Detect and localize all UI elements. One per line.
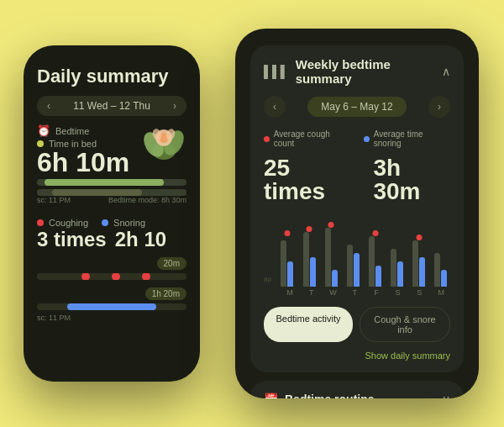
bar-blue-f xyxy=(375,266,381,287)
day-label-w: W xyxy=(324,288,343,297)
sc-label-bottom: sc: 11 PM xyxy=(37,314,186,322)
weekly-screen: ▌▌▌ Weekly bedtime summary ∧ ‹ May 6 – M… xyxy=(235,29,479,398)
week-prev-button[interactable]: ‹ xyxy=(264,96,286,118)
bar-blue-s2 xyxy=(419,257,425,287)
snore-legend: Average time snoring xyxy=(364,129,450,148)
weekly-chevron-up-icon[interactable]: ∧ xyxy=(442,65,450,78)
tab-cough-snore[interactable]: Cough & snore info xyxy=(360,307,450,342)
cough-dot-s2 xyxy=(416,235,422,240)
chart-days: M T W T F S S M xyxy=(264,288,450,297)
cough-bar-area: 20m xyxy=(37,255,186,280)
chevron-right-icon: › xyxy=(173,100,176,112)
cough-dot-t1 xyxy=(307,226,312,232)
chart-col-6 xyxy=(410,228,428,287)
routine-header-left: 📅 Bedtime routine xyxy=(264,393,375,398)
bars-icon: ▌▌▌ xyxy=(264,65,289,78)
cough-dot-2 xyxy=(112,273,120,280)
chart-area: 8d xyxy=(264,215,450,287)
day-label-s2: S xyxy=(411,288,429,297)
bar-dark-s1 xyxy=(391,249,396,287)
phone-right: ▌▌▌ Weekly bedtime summary ∧ ‹ May 6 – M… xyxy=(235,29,479,398)
snore-value: 2h 10 xyxy=(115,228,166,251)
bar-dark-w xyxy=(325,228,331,287)
day-label-t1: T xyxy=(302,288,321,297)
chart-col-7 xyxy=(432,228,450,287)
day-label-s1: S xyxy=(389,288,407,297)
snore-bar-area: 1h 20m xyxy=(37,285,186,310)
blue-dot xyxy=(102,219,108,226)
chart-col-2 xyxy=(322,228,340,287)
routine-header: 📅 Bedtime routine ∨ xyxy=(264,393,450,398)
cough-snore-labels: Coughing Snoring xyxy=(37,218,186,228)
weekly-card-title: Weekly bedtime summary xyxy=(296,57,442,86)
bar-blue-s1 xyxy=(397,261,403,287)
day-label-m1: M xyxy=(281,288,299,297)
bar-dark-f xyxy=(369,236,375,287)
bar-blue-t1 xyxy=(310,257,316,287)
show-daily-link[interactable]: Show daily summary xyxy=(264,351,450,361)
sleep-bar-2 xyxy=(37,189,186,196)
bar-dark-t2 xyxy=(347,245,353,287)
snore-label: Snoring xyxy=(102,218,145,228)
cough-label: Coughing xyxy=(37,218,88,228)
cough-snore-section: Coughing Snoring 3 times 2h 10 20m xyxy=(37,218,186,322)
illustration xyxy=(137,119,192,169)
legend-cough-dot xyxy=(264,136,270,142)
chart-container: 8d xyxy=(264,215,450,297)
date-range-left: 11 Wed – 12 Thu xyxy=(73,100,150,112)
routine-chevron-icon[interactable]: ∨ xyxy=(442,393,450,398)
calendar-icon: 📅 xyxy=(264,393,278,398)
chart-col-3 xyxy=(344,228,362,287)
sleep-bars xyxy=(37,179,186,196)
sleep-bar-1 xyxy=(37,179,186,186)
cough-dot-3 xyxy=(142,273,150,280)
week-range: May 6 – May 12 xyxy=(307,97,406,117)
stats-values: 25 times 3h 30m xyxy=(264,156,450,203)
badge-20m: 20m xyxy=(157,257,186,270)
cough-event-bar xyxy=(37,273,186,280)
chart-y-axis: 8d xyxy=(264,276,275,287)
chevron-left-icon: ‹ xyxy=(47,100,50,112)
bar-blue-m xyxy=(287,261,293,287)
daily-screen: Daily summary ‹ 11 Wed – 12 Thu › ⏰ Bedt… xyxy=(24,45,200,382)
week-nav: ‹ May 6 – May 12 › xyxy=(264,96,450,118)
day-label-t2: T xyxy=(345,288,364,297)
day-label-m2: M xyxy=(432,288,450,297)
chart-col-5 xyxy=(388,228,407,287)
cough-snore-values: 3 times 2h 10 xyxy=(37,228,186,251)
snore-fill xyxy=(67,303,157,310)
cough-stat: 25 times xyxy=(264,156,353,203)
tab-bedtime-activity[interactable]: Bedtime activity xyxy=(264,307,353,342)
weekly-card-header-left: ▌▌▌ Weekly bedtime summary xyxy=(264,57,442,86)
bar-dark-m xyxy=(281,240,286,287)
snore-event-bar xyxy=(37,303,186,310)
chart-col-0 xyxy=(278,228,297,287)
chart-col-1 xyxy=(300,228,318,287)
bar-dark-s2 xyxy=(412,240,418,287)
cough-dot-w xyxy=(328,222,334,228)
routine-title: Bedtime routine xyxy=(285,393,375,398)
yellow-dot xyxy=(37,140,44,147)
legend-snore-dot xyxy=(364,136,370,142)
bar-dark-m2 xyxy=(434,253,440,287)
cough-dot-f xyxy=(372,230,378,236)
bar-blue-m2 xyxy=(441,270,447,287)
daily-title: Daily summary xyxy=(37,66,186,87)
chart-col-4 xyxy=(365,228,384,287)
phone-left: Daily summary ‹ 11 Wed – 12 Thu › ⏰ Bedt… xyxy=(24,45,200,382)
cough-legend: Average cough count xyxy=(264,129,350,148)
weekly-card-header: ▌▌▌ Weekly bedtime summary ∧ xyxy=(264,57,450,86)
bar-blue-t2 xyxy=(354,253,360,287)
snore-stat: 3h 30m xyxy=(373,156,450,203)
bar-dark-t1 xyxy=(303,232,309,287)
cough-dot-1 xyxy=(81,273,90,280)
stats-legend: Average cough count Average time snoring xyxy=(264,129,450,148)
bedtime-mode-row: sc: 11 PM Bedtime mode: 8h 30m xyxy=(37,196,186,204)
cough-value: 3 times xyxy=(37,228,107,251)
scene: Daily summary ‹ 11 Wed – 12 Thu › ⏰ Bedt… xyxy=(0,0,504,427)
date-pill-left[interactable]: ‹ 11 Wed – 12 Thu › xyxy=(37,96,186,116)
badge-1h20m: 1h 20m xyxy=(145,287,186,300)
week-next-button[interactable]: › xyxy=(428,96,450,118)
weekly-card: ▌▌▌ Weekly bedtime summary ∧ ‹ May 6 – M… xyxy=(250,45,464,372)
cough-dot-m xyxy=(284,230,290,236)
